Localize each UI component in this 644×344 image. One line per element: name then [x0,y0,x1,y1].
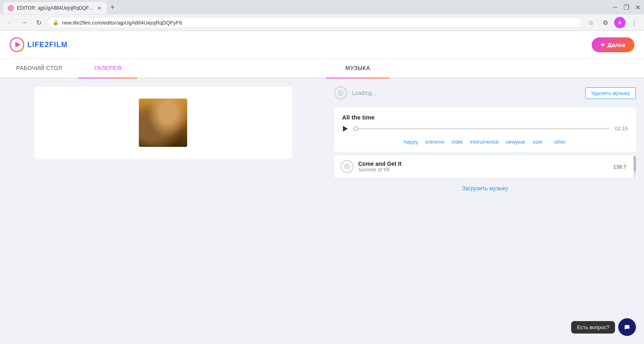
tag-newyear[interactable]: newyear [504,138,527,146]
right-panel: МУЗЫКА Loading... Удалить музыку Al [326,58,644,344]
logo-text: LIFE2FILM [27,41,68,49]
loading-left: Loading... [334,87,377,99]
help-chat-button[interactable] [618,318,636,336]
address-bar[interactable]: 🔒 new.life2film.com/editor/ajpUgA884Uejo… [47,17,582,28]
tag-happy[interactable]: happy [402,138,420,146]
music-card: All the time 02:16 happy extreme indi [334,107,636,152]
tag-user[interactable]: user [531,138,544,146]
progress-bar[interactable] [353,128,610,130]
music-tab-row: МУЗЫКА [326,58,644,78]
track-item[interactable]: Come and Get It Summer of '69 138.7 [334,155,636,178]
minimize-button[interactable]: ─ [612,4,618,10]
gallery-area [0,78,326,344]
window-controls: ─ ❐ ✕ [612,4,641,10]
gallery-card [34,87,292,159]
tab-desktop[interactable]: РАБОЧИЙ СТОЛ [0,58,78,78]
upload-link: Загрузить музыку [334,185,636,192]
track-scrollbar[interactable] [634,155,636,178]
left-panel: РАБОЧИЙ СТОЛ ГАЛЕРЕЯ [0,58,326,344]
svg-marker-1 [10,7,12,9]
upload-music-link[interactable]: Загрузить музыку [462,185,508,192]
extensions-icon[interactable]: ⚙ [600,17,611,28]
help-label: Есть вопрос? [571,321,615,334]
tag-indie[interactable]: indie [450,138,464,146]
track-score: 138.7 [613,164,626,170]
lion-image [139,99,187,147]
player-row: 02:16 [342,126,628,132]
scrollbar-thumb [634,155,636,171]
bookmark-icon[interactable]: ☆ [585,17,597,28]
tag-other[interactable]: other [553,138,568,146]
browser-tab[interactable]: EDITOR: ajpUgA884UejojRqDQF… ✕ [3,2,107,14]
user-avatar[interactable]: A [614,17,625,28]
tag-extreme[interactable]: extreme [424,138,446,146]
music-panel: Loading... Удалить музыку All the time [326,78,644,344]
lock-icon: 🔒 [53,20,59,25]
track-list: Come and Get It Summer of '69 138.7 [334,155,636,178]
track-name: Come and Get It [358,161,608,167]
next-button[interactable]: + Далее [592,37,634,52]
delete-music-button[interactable]: Удалить музыку [585,87,636,99]
more-options-icon[interactable]: ⋮ [629,17,640,28]
logo-icon [10,37,24,52]
tab-favicon [8,5,14,11]
app: LIFE2FILM + Далее РАБОЧИЙ СТОЛ ГАЛЕРЕЯ [0,31,644,344]
url-text: new.life2film.com/editor/ajpUgA884UejojR… [62,20,182,26]
tags-row: happy extreme indie instrumental newyear… [342,138,628,146]
track-duration: 02:16 [615,126,628,132]
loading-row: Loading... Удалить музыку [334,85,636,101]
loading-icon [334,87,347,99]
refresh-button[interactable]: ↻ [33,17,44,28]
forward-button[interactable]: → [19,17,30,28]
back-button[interactable]: ← [4,17,15,28]
next-button-plus-icon: + [601,41,605,49]
loading-text: Loading... [352,90,377,96]
svg-marker-7 [346,165,349,168]
track-title: All the time [342,114,628,121]
browser-toolbar: ← → ↻ 🔒 new.life2film.com/editor/ajpUgA8… [0,14,644,31]
close-window-button[interactable]: ✕ [634,4,641,10]
next-button-label: Далее [607,41,625,48]
play-button[interactable] [342,126,348,132]
browser-chrome: EDITOR: ajpUgA884UejojRqDQF… ✕ + ─ ❐ ✕ ←… [0,0,644,31]
new-tab-button[interactable]: + [107,2,118,13]
tab-music[interactable]: МУЗЫКА [326,58,390,78]
progress-thumb [353,126,358,131]
tab-close-button[interactable]: ✕ [97,5,102,11]
svg-marker-3 [15,42,21,47]
tab-title: EDITOR: ajpUgA884UejojRqDQF… [17,5,94,11]
gallery-image [139,99,187,147]
main-content: РАБОЧИЙ СТОЛ ГАЛЕРЕЯ МУЗЫКА [0,58,644,344]
track-info: Come and Get It Summer of '69 [358,161,608,173]
svg-marker-5 [340,92,342,94]
app-header: LIFE2FILM + Далее [0,31,644,58]
tag-instrumental[interactable]: instrumental [468,138,500,146]
toolbar-actions: ☆ ⚙ A ⋮ [585,17,640,28]
tab-gallery[interactable]: ГАЛЕРЕЯ [78,58,137,78]
help-widget: Есть вопрос? [571,318,636,336]
maximize-button[interactable]: ❐ [623,4,630,10]
track-play-icon[interactable] [341,160,353,173]
left-tabs-row: РАБОЧИЙ СТОЛ ГАЛЕРЕЯ [0,58,326,78]
browser-titlebar: EDITOR: ajpUgA884UejojRqDQF… ✕ + ─ ❐ ✕ [0,0,644,14]
track-sub: Summer of '69 [358,167,608,173]
app-logo: LIFE2FILM [10,37,68,52]
